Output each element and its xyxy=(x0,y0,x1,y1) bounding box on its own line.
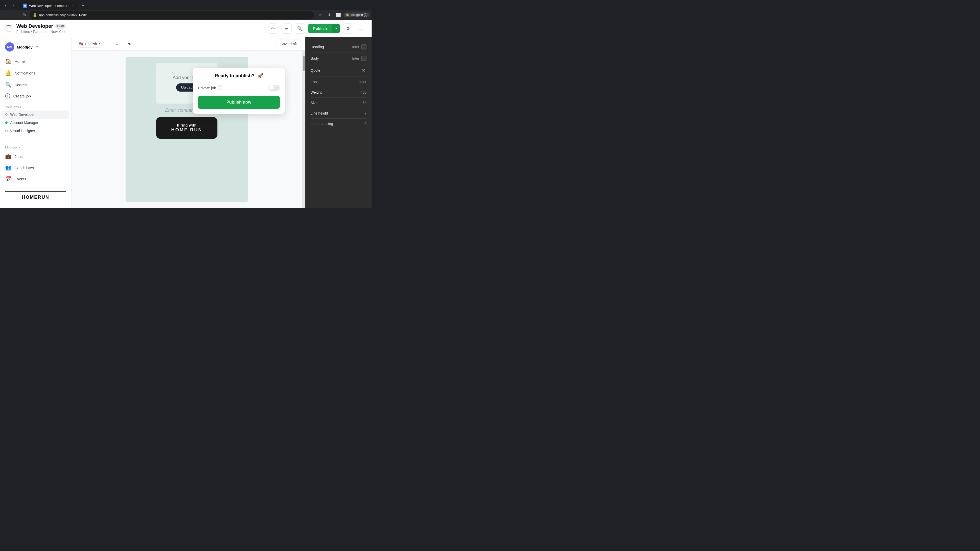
browser-toolbar-icons: ☆ ⬇ ⬜ 🕵 Incognito (2) xyxy=(316,11,369,19)
sidebar-item-search[interactable]: 🔍 Search xyxy=(2,79,69,90)
body-checkbox[interactable] xyxy=(361,56,366,61)
private-job-row: Private job i xyxy=(198,83,280,93)
avatar: MM xyxy=(5,42,14,52)
moodjoy-chevron[interactable]: ▾ xyxy=(19,146,20,149)
url-bar[interactable]: 🔒 app.homerun.co/job/336501/edit xyxy=(30,11,314,19)
size-value: 60 xyxy=(363,101,366,105)
panel-row-quote: Quote ✕ xyxy=(310,64,366,77)
scrollbar-thumb[interactable] xyxy=(303,56,305,71)
your-jobs-chevron[interactable]: ▾ xyxy=(20,105,21,109)
home-icon: 🏠 xyxy=(5,58,11,64)
job-item-account-manager[interactable]: Account Manager xyxy=(2,119,69,127)
size-label: Size xyxy=(310,101,318,105)
sidebar-item-label: Jobs xyxy=(14,154,23,159)
info-icon[interactable]: i xyxy=(218,86,222,90)
loading-spinner xyxy=(5,25,12,32)
panel-row-heading: Heading Inter xyxy=(310,41,366,53)
prev-tab-btn[interactable]: ‹ xyxy=(2,2,9,9)
sidebar-nav: 🏠 Home 🔔 Notifications 🔍 Search + Create… xyxy=(0,56,71,101)
search-icon: 🔍 xyxy=(5,82,11,88)
job-status-dot-draft2 xyxy=(5,130,8,132)
edit-btn[interactable]: ✏ xyxy=(268,24,278,34)
weight-value: 400 xyxy=(361,90,366,94)
company-name: Moodjoy xyxy=(17,45,33,49)
job-item-web-developer[interactable]: Web Developer xyxy=(2,110,69,119)
bookmark-btn[interactable]: ☆ xyxy=(316,11,324,19)
job-label: Web Developer xyxy=(10,113,35,117)
rocket-icon: 🚀 xyxy=(258,73,263,78)
quote-close-btn[interactable]: ✕ xyxy=(360,67,366,73)
panel-row-weight: Weight 400 xyxy=(310,87,366,98)
list-btn[interactable]: ☰ xyxy=(282,24,292,34)
language-selector[interactable]: 🇺🇸 English ▾ xyxy=(76,40,104,48)
save-draft-btn[interactable]: Save draft xyxy=(276,40,301,48)
app: Web Developer Draft Full-time / Part-tim… xyxy=(0,20,372,208)
toggle-knob xyxy=(269,85,274,90)
draft-badge: Draft xyxy=(55,24,66,29)
company-dropdown-icon[interactable]: ▾ xyxy=(36,45,38,49)
sidebar-btn[interactable]: ⬜ xyxy=(334,11,342,19)
lang-chevron-icon: ▾ xyxy=(99,42,100,45)
quote-label: Quote xyxy=(310,68,320,73)
job-title-section: Web Developer Draft Full-time / Part-tim… xyxy=(16,23,66,34)
back-btn[interactable]: ← xyxy=(2,11,10,19)
search-btn[interactable]: 🔍 xyxy=(295,24,305,34)
tab-favicon: H xyxy=(23,3,27,8)
download-btn[interactable]: ⬇ xyxy=(325,11,333,19)
eye-preview-btn[interactable]: 👁 xyxy=(125,40,135,48)
desktop-icon: 🖥 xyxy=(115,42,119,46)
job-item-visual-designer[interactable]: Visual Designer xyxy=(2,127,69,135)
incognito-badge[interactable]: 🕵 Incognito (2) xyxy=(344,13,369,17)
more-btn[interactable]: … xyxy=(356,24,366,34)
scrollbar-track[interactable] xyxy=(302,51,305,208)
refresh-btn[interactable]: ↻ xyxy=(21,11,29,19)
settings-btn[interactable]: ⚙ xyxy=(343,24,353,34)
panel-row-body: Body Inter xyxy=(310,53,366,64)
heading-checkbox[interactable] xyxy=(361,44,366,49)
sidebar-bottom: HOMERUN xyxy=(0,189,71,205)
popup-title: Ready to publish? 🚀 xyxy=(198,73,280,79)
incognito-icon: 🕵 xyxy=(345,13,349,17)
sidebar-item-candidates[interactable]: 👥 Candidates xyxy=(2,162,69,173)
active-tab[interactable]: H Web Developer - Homerun × xyxy=(20,2,78,10)
line-height-label: Line height xyxy=(310,111,328,115)
hiring-text: hiring with xyxy=(164,123,209,127)
create-job-icon: + xyxy=(5,94,10,98)
sidebar-item-label: Create job xyxy=(13,94,31,98)
sidebar-item-events[interactable]: 📅 Events xyxy=(2,173,69,184)
body-font-value: Inter xyxy=(352,56,360,60)
font-value: Inter xyxy=(360,80,366,84)
sidebar-item-create-job[interactable]: + Create job xyxy=(2,91,69,101)
weight-label: Weight xyxy=(310,90,321,94)
next-tab-btn[interactable]: › xyxy=(10,2,17,9)
desktop-preview-btn[interactable]: 🖥 xyxy=(112,40,122,48)
sidebar-item-label: Candidates xyxy=(14,165,34,170)
forward-btn[interactable]: → xyxy=(11,11,19,19)
publish-main-btn[interactable]: Publish xyxy=(308,24,332,33)
eye-icon: 👁 xyxy=(128,42,132,46)
sidebar-item-label: Events xyxy=(14,177,26,181)
publish-dropdown-btn[interactable]: ▾ xyxy=(332,24,340,33)
language-label: English xyxy=(85,42,97,46)
job-title-row: Web Developer Draft xyxy=(16,23,66,29)
heading-font-value: Inter xyxy=(352,45,360,49)
sidebar-item-jobs[interactable]: 💼 Jobs xyxy=(2,151,69,162)
panel-section-typography: Heading Inter Body Inter Quote ✕ xyxy=(305,37,372,133)
app-header: Web Developer Draft Full-time / Part-tim… xyxy=(0,20,372,37)
right-panel: Heading Inter Body Inter Quote ✕ xyxy=(305,37,372,208)
events-icon: 📅 xyxy=(5,176,11,182)
publish-now-btn[interactable]: Publish now xyxy=(198,96,280,109)
sidebar-item-notifications[interactable]: 🔔 Notifications xyxy=(2,67,69,79)
job-status-dot-draft xyxy=(5,113,8,116)
letter-spacing-label: Letter spacing xyxy=(310,122,333,126)
panel-row-line-height: Line height 7 xyxy=(310,108,366,119)
main-content: 🇺🇸 English ▾ 🖥 👁 Save draft xyxy=(72,37,305,208)
line-height-value: 7 xyxy=(364,111,366,115)
job-label: Account Manager xyxy=(10,121,38,125)
homerun-logo: HOMERUN xyxy=(5,191,66,203)
sidebar-item-home[interactable]: 🏠 Home xyxy=(2,56,69,67)
private-job-toggle[interactable] xyxy=(269,85,280,91)
tab-close-btn[interactable]: × xyxy=(70,3,75,8)
panel-row-letter-spacing: Letter spacing 0 xyxy=(310,119,366,129)
new-tab-btn[interactable]: + xyxy=(79,2,86,9)
